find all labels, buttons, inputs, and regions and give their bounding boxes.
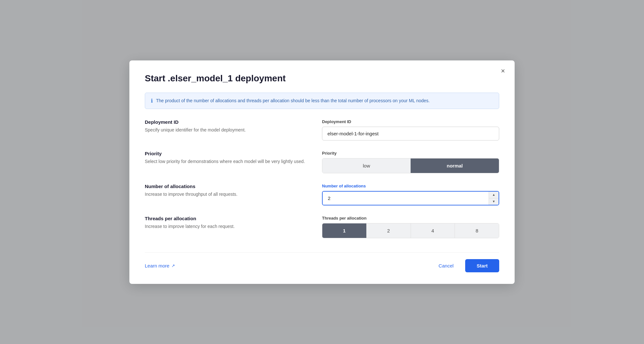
external-link-icon: ↗ (171, 263, 175, 268)
priority-toggle-group: low normal (322, 158, 499, 173)
allocations-spinner: ▲ ▼ (489, 192, 499, 205)
deployment-id-control: Deployment ID (322, 119, 499, 151)
deployment-id-description: Specify unique identifier for the model … (145, 127, 309, 133)
threads-desc: Threads per allocation Increase to impro… (145, 216, 322, 249)
allocations-number-input-wrapper: ▲ ▼ (322, 191, 499, 205)
deployment-id-desc: Deployment ID Specify unique identifier … (145, 119, 322, 151)
learn-more-label: Learn more (145, 263, 170, 268)
allocations-number-input[interactable] (323, 192, 489, 205)
deployment-id-input[interactable] (322, 127, 499, 140)
info-banner-text: The product of the number of allocations… (156, 97, 430, 104)
form-grid: Deployment ID Specify unique identifier … (145, 119, 499, 249)
info-icon: ℹ (151, 98, 153, 104)
allocations-desc: Number of allocations Increase to improv… (145, 184, 322, 216)
priority-desc: Priority Select low priority for demonst… (145, 151, 322, 184)
threads-option-1[interactable]: 1 (322, 223, 367, 238)
modal-footer: Learn more ↗ Cancel Start (145, 252, 499, 272)
threads-control: Threads per allocation 1 2 4 8 (322, 216, 499, 249)
close-button[interactable]: × (498, 66, 508, 76)
priority-option-low[interactable]: low (322, 158, 411, 173)
deployment-id-control-label: Deployment ID (322, 119, 499, 124)
priority-control-label: Priority (322, 151, 499, 156)
threads-description: Increase to improve latency for each req… (145, 223, 309, 230)
threads-option-2[interactable]: 2 (367, 223, 411, 238)
info-banner: ℹ The product of the number of allocatio… (145, 93, 499, 109)
allocations-label: Number of allocations (145, 184, 309, 189)
modal-title: Start .elser_model_1 deployment (145, 73, 499, 84)
learn-more-link[interactable]: Learn more ↗ (145, 263, 175, 268)
footer-actions: Cancel Start (432, 259, 499, 272)
threads-segment-group: 1 2 4 8 (322, 223, 499, 238)
modal-overlay: × Start .elser_model_1 deployment ℹ The … (0, 0, 644, 344)
allocations-control: Number of allocations ▲ ▼ (322, 184, 499, 216)
threads-label: Threads per allocation (145, 216, 309, 221)
threads-option-4[interactable]: 4 (411, 223, 455, 238)
priority-label: Priority (145, 151, 309, 156)
cancel-button[interactable]: Cancel (432, 260, 460, 272)
threads-option-8[interactable]: 8 (455, 223, 499, 238)
allocations-increment[interactable]: ▲ (489, 192, 499, 198)
priority-option-normal[interactable]: normal (411, 158, 499, 173)
start-button[interactable]: Start (465, 259, 499, 272)
allocations-decrement[interactable]: ▼ (489, 198, 499, 205)
deployment-id-label: Deployment ID (145, 119, 309, 125)
allocations-control-label: Number of allocations (322, 184, 499, 188)
threads-control-label: Threads per allocation (322, 216, 499, 221)
allocations-description: Increase to improve throughput of all re… (145, 191, 309, 198)
priority-description: Select low priority for demonstrations w… (145, 158, 309, 165)
priority-control: Priority low normal (322, 151, 499, 184)
modal: × Start .elser_model_1 deployment ℹ The … (129, 60, 515, 284)
